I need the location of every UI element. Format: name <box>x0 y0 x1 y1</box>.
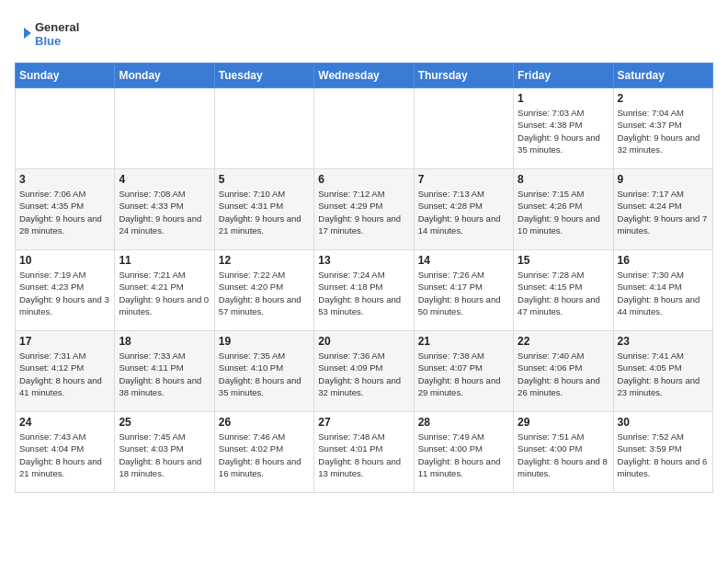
day-number: 15 <box>518 254 609 267</box>
calendar-day-cell: 13Sunrise: 7:24 AM Sunset: 4:18 PM Dayli… <box>314 250 414 331</box>
logo-svg: General Blue <box>15 15 97 52</box>
day-number: 4 <box>119 173 210 186</box>
calendar-day-cell: 9Sunrise: 7:17 AM Sunset: 4:24 PM Daylig… <box>613 169 712 250</box>
page-header: General Blue <box>15 15 713 52</box>
svg-text:Blue: Blue <box>35 34 61 48</box>
calendar-week-row: 1Sunrise: 7:03 AM Sunset: 4:38 PM Daylig… <box>16 88 713 169</box>
calendar-day-cell: 10Sunrise: 7:19 AM Sunset: 4:23 PM Dayli… <box>16 250 115 331</box>
day-number: 8 <box>518 173 609 186</box>
day-number: 14 <box>418 254 509 267</box>
calendar-week-row: 10Sunrise: 7:19 AM Sunset: 4:23 PM Dayli… <box>16 250 713 331</box>
svg-text:General: General <box>35 20 79 34</box>
calendar-day-cell: 24Sunrise: 7:43 AM Sunset: 4:04 PM Dayli… <box>16 412 115 493</box>
day-number: 29 <box>518 416 609 429</box>
day-info: Sunrise: 7:03 AM Sunset: 4:38 PM Dayligh… <box>518 107 609 155</box>
calendar-day-cell: 18Sunrise: 7:33 AM Sunset: 4:11 PM Dayli… <box>115 331 214 412</box>
day-info: Sunrise: 7:52 AM Sunset: 3:59 PM Dayligh… <box>618 431 709 479</box>
day-info: Sunrise: 7:04 AM Sunset: 4:37 PM Dayligh… <box>618 107 709 155</box>
day-number: 16 <box>618 254 709 267</box>
calendar-day-cell: 19Sunrise: 7:35 AM Sunset: 4:10 PM Dayli… <box>214 331 313 412</box>
day-info: Sunrise: 7:33 AM Sunset: 4:11 PM Dayligh… <box>119 350 210 398</box>
calendar-day-cell: 14Sunrise: 7:26 AM Sunset: 4:17 PM Dayli… <box>414 250 513 331</box>
day-info: Sunrise: 7:06 AM Sunset: 4:35 PM Dayligh… <box>19 188 110 236</box>
day-info: Sunrise: 7:30 AM Sunset: 4:14 PM Dayligh… <box>618 269 709 317</box>
day-number: 18 <box>119 335 210 348</box>
day-number: 9 <box>618 173 709 186</box>
day-number: 13 <box>318 254 409 267</box>
day-number: 22 <box>518 335 609 348</box>
day-info: Sunrise: 7:24 AM Sunset: 4:18 PM Dayligh… <box>318 269 409 317</box>
day-info: Sunrise: 7:49 AM Sunset: 4:00 PM Dayligh… <box>418 431 509 479</box>
calendar-day-cell: 4Sunrise: 7:08 AM Sunset: 4:33 PM Daylig… <box>115 169 214 250</box>
day-info: Sunrise: 7:13 AM Sunset: 4:28 PM Dayligh… <box>418 188 509 236</box>
calendar-day-cell: 27Sunrise: 7:48 AM Sunset: 4:01 PM Dayli… <box>314 412 414 493</box>
calendar-week-row: 3Sunrise: 7:06 AM Sunset: 4:35 PM Daylig… <box>16 169 713 250</box>
calendar-day-cell: 5Sunrise: 7:10 AM Sunset: 4:31 PM Daylig… <box>214 169 313 250</box>
calendar-week-row: 24Sunrise: 7:43 AM Sunset: 4:04 PM Dayli… <box>16 412 713 493</box>
day-info: Sunrise: 7:35 AM Sunset: 4:10 PM Dayligh… <box>219 350 310 398</box>
calendar-day-cell: 3Sunrise: 7:06 AM Sunset: 4:35 PM Daylig… <box>16 169 115 250</box>
calendar-week-row: 17Sunrise: 7:31 AM Sunset: 4:12 PM Dayli… <box>16 331 713 412</box>
day-number: 1 <box>518 92 609 105</box>
calendar-day-cell: 12Sunrise: 7:22 AM Sunset: 4:20 PM Dayli… <box>214 250 313 331</box>
day-info: Sunrise: 7:36 AM Sunset: 4:09 PM Dayligh… <box>318 350 409 398</box>
day-info: Sunrise: 7:43 AM Sunset: 4:04 PM Dayligh… <box>19 431 110 479</box>
day-info: Sunrise: 7:15 AM Sunset: 4:26 PM Dayligh… <box>518 188 609 236</box>
calendar-day-cell: 29Sunrise: 7:51 AM Sunset: 4:00 PM Dayli… <box>514 412 613 493</box>
day-number: 19 <box>219 335 310 348</box>
day-info: Sunrise: 7:41 AM Sunset: 4:05 PM Dayligh… <box>618 350 709 398</box>
calendar-table: SundayMondayTuesdayWednesdayThursdayFrid… <box>15 63 713 493</box>
calendar-day-cell: 20Sunrise: 7:36 AM Sunset: 4:09 PM Dayli… <box>314 331 414 412</box>
calendar-day-cell: 16Sunrise: 7:30 AM Sunset: 4:14 PM Dayli… <box>613 250 712 331</box>
calendar-day-header: Thursday <box>414 63 513 88</box>
day-number: 7 <box>418 173 509 186</box>
day-number: 5 <box>219 173 310 186</box>
day-info: Sunrise: 7:51 AM Sunset: 4:00 PM Dayligh… <box>518 431 609 479</box>
day-number: 2 <box>618 92 709 105</box>
day-info: Sunrise: 7:31 AM Sunset: 4:12 PM Dayligh… <box>19 350 110 398</box>
day-number: 11 <box>119 254 210 267</box>
day-number: 24 <box>19 416 110 429</box>
day-info: Sunrise: 7:45 AM Sunset: 4:03 PM Dayligh… <box>119 431 210 479</box>
day-info: Sunrise: 7:38 AM Sunset: 4:07 PM Dayligh… <box>418 350 509 398</box>
day-number: 6 <box>318 173 409 186</box>
calendar-day-cell <box>314 88 414 169</box>
day-info: Sunrise: 7:40 AM Sunset: 4:06 PM Dayligh… <box>518 350 609 398</box>
calendar-header-row: SundayMondayTuesdayWednesdayThursdayFrid… <box>16 63 713 88</box>
day-info: Sunrise: 7:48 AM Sunset: 4:01 PM Dayligh… <box>318 431 409 479</box>
calendar-day-cell <box>16 88 115 169</box>
calendar-day-header: Friday <box>514 63 613 88</box>
day-number: 25 <box>119 416 210 429</box>
calendar-day-cell: 17Sunrise: 7:31 AM Sunset: 4:12 PM Dayli… <box>16 331 115 412</box>
calendar-day-cell: 26Sunrise: 7:46 AM Sunset: 4:02 PM Dayli… <box>214 412 313 493</box>
svg-marker-2 <box>24 28 31 39</box>
day-number: 10 <box>19 254 110 267</box>
calendar-day-cell: 11Sunrise: 7:21 AM Sunset: 4:21 PM Dayli… <box>115 250 214 331</box>
day-info: Sunrise: 7:10 AM Sunset: 4:31 PM Dayligh… <box>219 188 310 236</box>
day-info: Sunrise: 7:46 AM Sunset: 4:02 PM Dayligh… <box>219 431 310 479</box>
calendar-day-cell: 1Sunrise: 7:03 AM Sunset: 4:38 PM Daylig… <box>514 88 613 169</box>
calendar-day-cell: 28Sunrise: 7:49 AM Sunset: 4:00 PM Dayli… <box>414 412 513 493</box>
calendar-day-cell <box>214 88 313 169</box>
day-number: 17 <box>19 335 110 348</box>
calendar-day-cell: 7Sunrise: 7:13 AM Sunset: 4:28 PM Daylig… <box>414 169 513 250</box>
day-number: 20 <box>318 335 409 348</box>
calendar-day-cell: 25Sunrise: 7:45 AM Sunset: 4:03 PM Dayli… <box>115 412 214 493</box>
day-info: Sunrise: 7:12 AM Sunset: 4:29 PM Dayligh… <box>318 188 409 236</box>
calendar-day-cell: 6Sunrise: 7:12 AM Sunset: 4:29 PM Daylig… <box>314 169 414 250</box>
calendar-day-header: Sunday <box>16 63 115 88</box>
calendar-day-cell: 21Sunrise: 7:38 AM Sunset: 4:07 PM Dayli… <box>414 331 513 412</box>
day-info: Sunrise: 7:17 AM Sunset: 4:24 PM Dayligh… <box>618 188 709 236</box>
day-number: 30 <box>618 416 709 429</box>
day-number: 23 <box>618 335 709 348</box>
day-number: 27 <box>318 416 409 429</box>
calendar-day-cell: 15Sunrise: 7:28 AM Sunset: 4:15 PM Dayli… <box>514 250 613 331</box>
day-info: Sunrise: 7:08 AM Sunset: 4:33 PM Dayligh… <box>119 188 210 236</box>
calendar-day-header: Monday <box>115 63 214 88</box>
calendar-day-header: Tuesday <box>214 63 313 88</box>
day-info: Sunrise: 7:21 AM Sunset: 4:21 PM Dayligh… <box>119 269 210 317</box>
calendar-day-header: Wednesday <box>314 63 414 88</box>
day-info: Sunrise: 7:26 AM Sunset: 4:17 PM Dayligh… <box>418 269 509 317</box>
logo: General Blue <box>15 15 97 52</box>
calendar-day-cell: 22Sunrise: 7:40 AM Sunset: 4:06 PM Dayli… <box>514 331 613 412</box>
